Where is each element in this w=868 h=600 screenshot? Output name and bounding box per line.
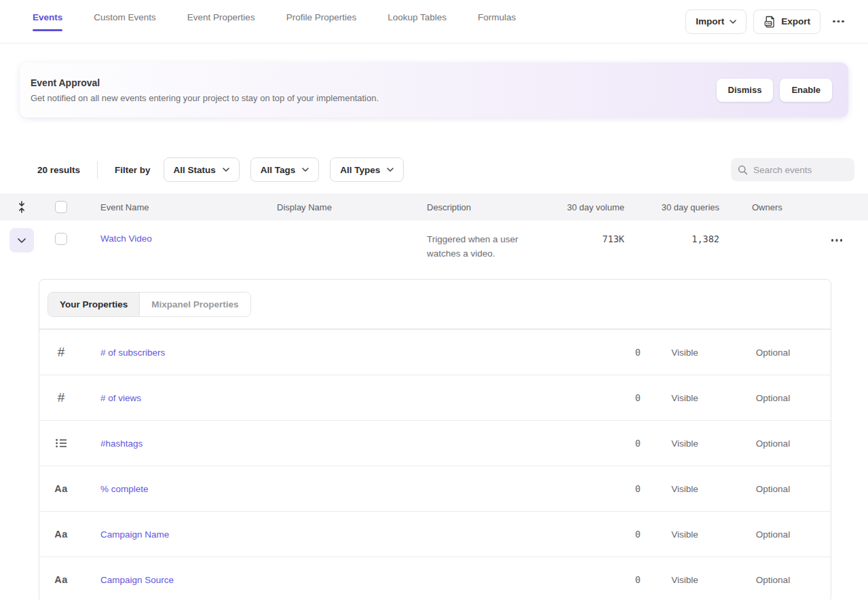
search-icon [738, 165, 748, 175]
property-row: #hashtags 0 Visible Optional [39, 420, 831, 466]
nav-tab-label: Formulas [478, 12, 516, 23]
property-name-link[interactable]: #hashtags [83, 438, 143, 449]
chevron-down-icon [223, 168, 229, 172]
row-actions-cell [806, 221, 868, 242]
nav-tab-label: Event Properties [187, 12, 255, 23]
tab-mixpanel-properties[interactable]: Mixpanel Properties [140, 293, 250, 316]
search-input[interactable] [753, 165, 848, 175]
property-requirement: Optional [729, 575, 817, 585]
search-box[interactable] [731, 158, 854, 181]
event-properties-panel: Your Properties Mixpanel Properties # # … [39, 279, 831, 600]
import-button[interactable]: Import [685, 10, 747, 34]
tab-your-properties[interactable]: Your Properties [48, 293, 140, 316]
text-type-icon: Aa [39, 483, 83, 494]
event-table-row: Watch Video Triggered when a user watche… [0, 221, 868, 271]
property-visibility: Visible [641, 438, 729, 449]
nav-tabs: Events Custom Events Event Properties Pr… [33, 12, 516, 31]
property-requirement: Optional [729, 438, 817, 449]
property-requirement: Optional [729, 348, 817, 358]
column-header-event-name: Event Name [100, 202, 277, 212]
column-header-queries: 30 day queries [624, 202, 719, 212]
top-nav: Events Custom Events Event Properties Pr… [0, 0, 868, 43]
column-header-display-name: Display Name [277, 202, 427, 212]
row-checkbox[interactable] [55, 233, 67, 245]
collapse-all-icon[interactable] [0, 201, 43, 213]
property-value: 0 [580, 438, 641, 449]
svg-text:csv: csv [766, 22, 772, 25]
property-row: Aa % complete 0 Visible Optional [39, 466, 831, 511]
status-filter-dropdown[interactable]: All Status [164, 157, 240, 182]
nav-tab-custom-events[interactable]: Custom Events [94, 12, 156, 31]
types-filter-dropdown[interactable]: All Types [330, 157, 404, 182]
active-tab-underline [33, 29, 62, 31]
nav-tab-event-properties[interactable]: Event Properties [187, 12, 255, 31]
row-checkbox-cell [43, 221, 100, 245]
number-type-icon: # [39, 390, 83, 405]
toolbar-divider [97, 161, 98, 179]
property-value: 0 [580, 574, 641, 585]
property-value: 0 [580, 392, 641, 403]
chevron-down-icon [18, 238, 26, 243]
property-value: 0 [580, 483, 641, 494]
nav-tab-lookup-tables[interactable]: Lookup Tables [388, 12, 447, 31]
nav-tab-label: Profile Properties [286, 12, 357, 23]
property-row: Aa Campaign Source 0 Visible Optional [39, 557, 831, 600]
row-overflow-menu-icon[interactable] [831, 239, 844, 242]
dismiss-button[interactable]: Dismiss [717, 79, 774, 102]
property-name-link[interactable]: Campaign Name [83, 529, 169, 540]
text-type-icon: Aa [39, 529, 83, 540]
event-queries: 1,382 [624, 233, 719, 244]
tags-filter-value: All Tags [261, 165, 296, 175]
column-header-owners: Owners [738, 202, 806, 212]
property-requirement: Optional [729, 529, 817, 540]
column-header-description: Description [427, 202, 556, 212]
import-button-label: Import [696, 16, 724, 26]
properties-tab-bar: Your Properties Mixpanel Properties [39, 280, 831, 329]
banner-description: Get notified on all new events entering … [31, 93, 717, 103]
results-count: 20 results [37, 165, 80, 175]
property-value: 0 [580, 529, 641, 540]
property-row: Aa Campaign Name 0 Visible Optional [39, 511, 831, 557]
chevron-down-icon [730, 20, 736, 24]
property-visibility: Visible [641, 484, 729, 494]
text-type-icon: Aa [39, 574, 83, 585]
export-button[interactable]: csv Export [753, 10, 820, 34]
nav-tab-profile-properties[interactable]: Profile Properties [286, 12, 357, 31]
property-visibility: Visible [641, 348, 729, 358]
banner-title: Event Approval [31, 77, 717, 88]
banner-text: Event Approval Get notified on all new e… [31, 77, 717, 103]
chevron-down-icon [302, 168, 309, 172]
property-name-link[interactable]: # of views [83, 393, 141, 403]
status-filter-value: All Status [174, 165, 216, 175]
select-all-checkbox[interactable] [55, 201, 67, 213]
event-name-cell: Watch Video [100, 221, 277, 244]
chevron-down-icon [387, 168, 394, 172]
filter-toolbar: 20 results Filter by All Status All Tags… [0, 157, 868, 182]
nav-tab-events[interactable]: Events [33, 12, 62, 31]
csv-file-icon: csv [763, 16, 776, 28]
event-volume: 713K [556, 233, 624, 244]
event-description: Triggered when a user watches a video. [427, 233, 556, 261]
property-visibility: Visible [641, 575, 729, 585]
list-type-icon [39, 438, 83, 448]
number-type-icon: # [39, 345, 83, 360]
tags-filter-dropdown[interactable]: All Tags [250, 157, 320, 182]
event-approval-banner: Event Approval Get notified on all new e… [20, 62, 848, 117]
banner-actions: Dismiss Enable [717, 79, 833, 102]
property-requirement: Optional [729, 484, 817, 494]
event-name-link[interactable]: Watch Video [100, 233, 152, 244]
nav-actions: Import csv Export [685, 10, 850, 34]
nav-tab-formulas[interactable]: Formulas [478, 12, 516, 31]
property-value: 0 [580, 347, 641, 358]
property-name-link[interactable]: Campaign Source [83, 575, 174, 585]
property-name-link[interactable]: % complete [83, 484, 149, 494]
column-header-volume: 30 day volume [556, 202, 624, 212]
enable-button[interactable]: Enable [780, 79, 832, 102]
nav-overflow-menu-icon[interactable] [833, 20, 845, 23]
select-all-cell [43, 201, 100, 213]
nav-tab-label: Lookup Tables [388, 12, 447, 23]
collapse-row-button[interactable] [10, 228, 34, 252]
property-name-link[interactable]: # of subscribers [83, 348, 165, 358]
filter-by-label: Filter by [115, 165, 151, 175]
property-visibility: Visible [641, 393, 729, 403]
